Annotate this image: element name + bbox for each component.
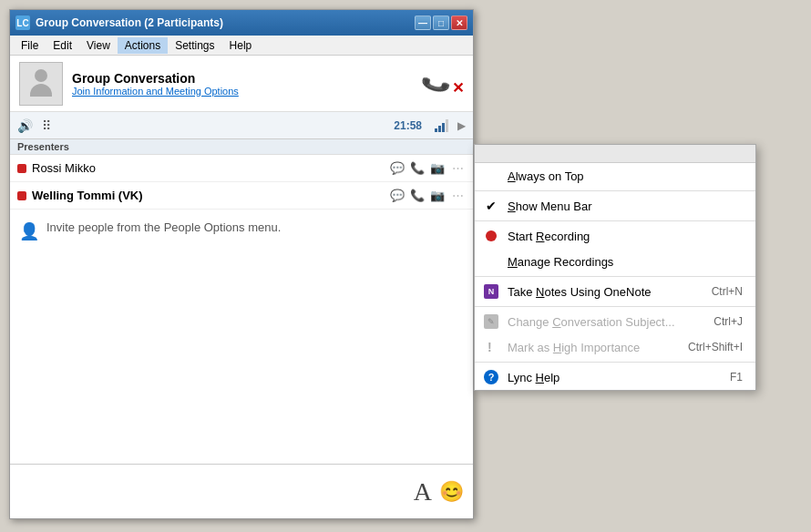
menu-file[interactable]: File <box>14 37 46 54</box>
menu-label-change-subject: Change Conversation Subject... <box>508 315 695 329</box>
onenote-icon: N <box>484 284 498 299</box>
end-call-icon[interactable]: ✕ <box>452 79 464 97</box>
signal-bar-3 <box>442 123 445 132</box>
sound-icon[interactable]: 🔊 <box>17 118 33 133</box>
menu-label-mark-importance: Mark as High Importance <box>508 341 670 354</box>
font-size-icon[interactable]: A <box>414 477 432 506</box>
invite-message: Invite people from the People Options me… <box>46 220 281 234</box>
importance-icon: ! <box>488 340 492 354</box>
avatar-body <box>30 84 52 97</box>
add-person-icon: 👤 <box>19 221 39 241</box>
shortcut-lync-help: F1 <box>730 371 743 384</box>
checkmark-icon: ✔ <box>486 199 497 213</box>
meeting-options-link[interactable]: Join Information and Meeting Options <box>72 86 415 97</box>
more-icon-p1: ⋯ <box>449 161 466 175</box>
call-timer: 21:58 <box>60 119 426 132</box>
participant-actions-p2: 💬 📞 📷 ⋯ <box>389 189 466 202</box>
content-area: 🔊 ⠿ 21:58 ▶ Presenters Rossi Mikko 💬 📞 📷… <box>10 112 473 464</box>
window-title: Group Conversation (2 Participants) <box>36 16 415 29</box>
contact-header: Group Conversation Join Information and … <box>10 56 473 112</box>
menu-item-take-notes[interactable]: N Take Notes Using OneNote Ctrl+N <box>475 279 755 304</box>
main-window: LC Group Conversation (2 Participants) —… <box>9 9 474 519</box>
message-input-area: A 😊 <box>10 464 473 518</box>
table-row: Welling Tommi (VK) 💬 📞 📷 ⋯ <box>10 182 473 210</box>
menu-item-lync-help[interactable]: ? Lync Help F1 <box>475 364 755 390</box>
signal-bar-4 <box>446 119 448 132</box>
close-button[interactable]: ✕ <box>451 15 467 30</box>
avatar <box>19 62 63 106</box>
menu-label-manage-recordings: Manage Recordings <box>508 255 743 269</box>
menu-label-take-notes: Take Notes Using OneNote <box>508 285 693 299</box>
expand-icon[interactable]: ▶ <box>457 119 466 132</box>
dialpad-icon[interactable]: ⠿ <box>42 118 51 133</box>
shortcut-mark-importance: Ctrl+Shift+I <box>688 341 743 353</box>
title-bar: LC Group Conversation (2 Participants) —… <box>10 10 473 36</box>
menu-label-lync-help: Lync Help <box>508 371 712 384</box>
menu-item-change-subject: ✎ Change Conversation Subject... Ctrl+J <box>475 309 755 334</box>
section-presenters: Presenters <box>10 139 473 155</box>
menu-edit[interactable]: Edit <box>46 37 79 54</box>
help-icon: ? <box>484 370 498 384</box>
menu-divider-1 <box>475 190 755 191</box>
more-icon-p2: ⋯ <box>449 189 466 202</box>
menu-label-start-recording: Start Recording <box>508 230 743 243</box>
menu-bar: File Edit View Actions Settings Help <box>10 36 473 56</box>
video-icon-p1: 📷 <box>429 161 446 175</box>
participant-actions-p1: 💬 📞 📷 ⋯ <box>389 161 466 175</box>
shortcut-take-notes: Ctrl+N <box>712 285 743 298</box>
contact-info: Group Conversation Join Information and … <box>72 71 415 97</box>
signal-bar-1 <box>435 128 437 132</box>
menu-item-manage-recordings[interactable]: Manage Recordings <box>475 249 755 274</box>
maximize-button[interactable]: □ <box>433 15 449 30</box>
call-icon-p1[interactable]: 📞 <box>409 161 426 175</box>
minimize-button[interactable]: — <box>415 15 431 30</box>
menu-item-always-on-top[interactable]: Always on Top <box>475 163 755 189</box>
menu-actions[interactable]: Actions <box>118 37 168 54</box>
app-icon: LC <box>15 15 30 30</box>
emoji-icon[interactable]: 😊 <box>439 480 464 504</box>
invite-area: 👤 Invite people from the People Options … <box>10 210 473 252</box>
participants-bar: 🔊 ⠿ 21:58 ▶ <box>10 112 473 139</box>
menu-divider-5 <box>475 362 755 363</box>
participant-name-p1: Rossi Mikko <box>32 161 384 175</box>
record-icon <box>486 230 497 241</box>
call-controls: 📞 ✕ <box>424 70 464 97</box>
chat-icon-p1[interactable]: 💬 <box>389 161 406 175</box>
menu-item-mark-importance: ! Mark as High Importance Ctrl+Shift+I <box>475 334 755 360</box>
signal-bar-2 <box>438 126 441 132</box>
menu-label-always-on-top: Always on Top <box>508 169 743 183</box>
signal-strength <box>435 119 448 132</box>
chat-icon-p2[interactable]: 💬 <box>389 189 406 202</box>
menu-divider-3 <box>475 276 755 277</box>
menu-divider-2 <box>475 220 755 221</box>
status-dot-p1 <box>17 164 26 173</box>
table-row: Rossi Mikko 💬 📞 📷 ⋯ <box>10 155 473 182</box>
avatar-head <box>35 69 47 82</box>
contact-name: Group Conversation <box>72 71 415 86</box>
call-icon-p2[interactable]: 📞 <box>409 189 426 202</box>
menu-divider-4 <box>475 306 755 307</box>
change-subject-icon: ✎ <box>484 314 498 329</box>
menu-label-show-menu-bar: Show Menu Bar <box>508 200 743 213</box>
phone-icon[interactable]: 📞 <box>419 66 452 99</box>
menu-help[interactable]: Help <box>222 37 260 54</box>
dropdown-header <box>475 145 755 163</box>
menu-view[interactable]: View <box>79 37 118 54</box>
status-dot-p2 <box>17 191 26 200</box>
menu-item-show-menu-bar[interactable]: ✔ Show Menu Bar <box>475 193 755 219</box>
video-icon-p2: 📷 <box>429 189 446 202</box>
menu-item-start-recording[interactable]: Start Recording <box>475 223 755 249</box>
menu-settings[interactable]: Settings <box>168 37 221 54</box>
participant-name-p2: Welling Tommi (VK) <box>32 189 384 202</box>
window-controls: — □ ✕ <box>415 15 467 30</box>
actions-dropdown-menu: Always on Top ✔ Show Menu Bar Start Reco… <box>474 144 756 391</box>
avatar-person <box>26 69 56 98</box>
shortcut-change-subject: Ctrl+J <box>713 315 743 328</box>
